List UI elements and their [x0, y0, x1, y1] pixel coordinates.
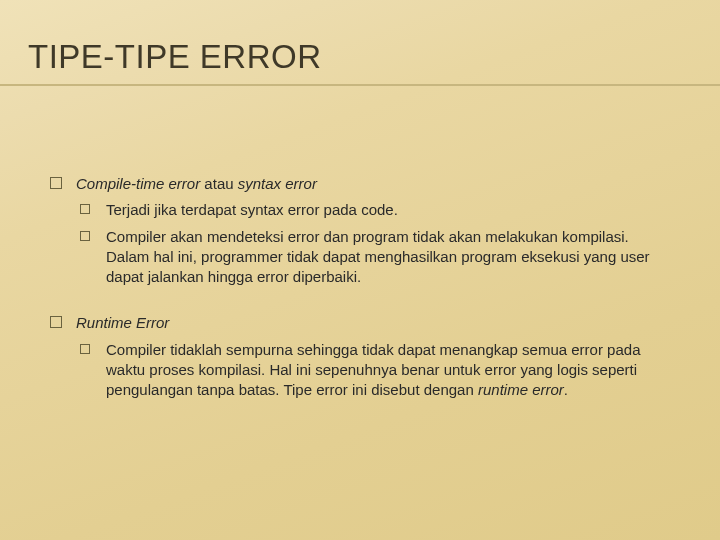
section-heading: Compile-time error atau syntax error	[76, 174, 674, 194]
bullet-list-level1: Compile-time error atau syntax error Ter…	[46, 174, 674, 400]
title-area: TIPE-TIPE ERROR	[0, 0, 720, 82]
heading-part-italic: syntax error	[238, 175, 317, 192]
list-item: Compiler tidaklah sempurna sehingga tida…	[76, 340, 674, 401]
list-item: Runtime Error Compiler tidaklah sempurna…	[46, 313, 674, 400]
heading-part-plain: atau	[200, 175, 238, 192]
bullet-text-italic: runtime error	[478, 381, 564, 398]
slide-body: Compile-time error atau syntax error Ter…	[0, 86, 720, 400]
list-item: Compile-time error atau syntax error Ter…	[46, 174, 674, 287]
section-heading: Runtime Error	[76, 313, 674, 333]
list-item: Terjadi jika terdapat syntax error pada …	[76, 200, 674, 220]
bullet-list-level2: Compiler tidaklah sempurna sehingga tida…	[76, 340, 674, 401]
heading-part-italic: Runtime Error	[76, 314, 169, 331]
bullet-list-level2: Terjadi jika terdapat syntax error pada …	[76, 200, 674, 287]
bullet-text-post: .	[564, 381, 568, 398]
list-item: Compiler akan mendeteksi error dan progr…	[76, 227, 674, 288]
heading-part-italic: Compile-time error	[76, 175, 200, 192]
slide: TIPE-TIPE ERROR Compile-time error atau …	[0, 0, 720, 540]
bullet-text: Terjadi jika terdapat syntax error pada …	[106, 201, 398, 218]
slide-title: TIPE-TIPE ERROR	[28, 38, 720, 76]
bullet-text: Compiler akan mendeteksi error dan progr…	[106, 228, 650, 286]
